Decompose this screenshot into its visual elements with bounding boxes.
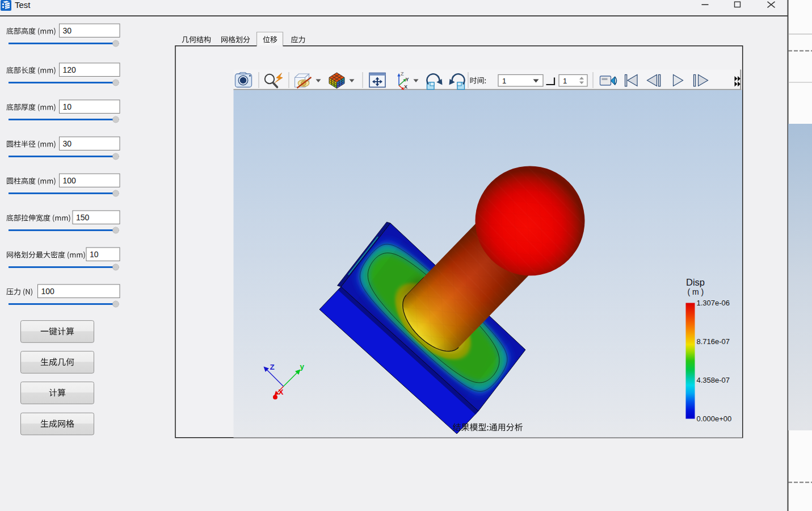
svg-text:X: X	[404, 84, 407, 90]
svg-text:10: 10	[90, 250, 99, 259]
svg-text:( m ): ( m )	[688, 287, 704, 296]
svg-text:Z: Z	[401, 71, 404, 77]
svg-text:Y: Y	[406, 77, 409, 82]
svg-text:8.716e-07: 8.716e-07	[697, 337, 730, 346]
svg-text:30: 30	[63, 26, 72, 35]
svg-text:0.000e+00: 0.000e+00	[697, 414, 732, 423]
svg-text:150: 150	[76, 213, 90, 222]
svg-text:100: 100	[41, 287, 55, 296]
svg-text:30: 30	[63, 139, 72, 148]
svg-text:1: 1	[502, 77, 506, 85]
svg-text:10: 10	[63, 102, 72, 111]
svg-text:100: 100	[63, 176, 77, 185]
svg-text:1: 1	[563, 77, 567, 85]
svg-text:Z: Z	[270, 363, 275, 371]
svg-text:y: y	[300, 362, 305, 371]
svg-text:4.358e-07: 4.358e-07	[697, 376, 730, 384]
svg-text:Disp: Disp	[686, 277, 705, 287]
svg-text:Test: Test	[15, 0, 31, 10]
svg-text:X: X	[279, 388, 284, 396]
svg-text:1.307e-06: 1.307e-06	[697, 299, 730, 307]
svg-text:120: 120	[63, 65, 77, 74]
